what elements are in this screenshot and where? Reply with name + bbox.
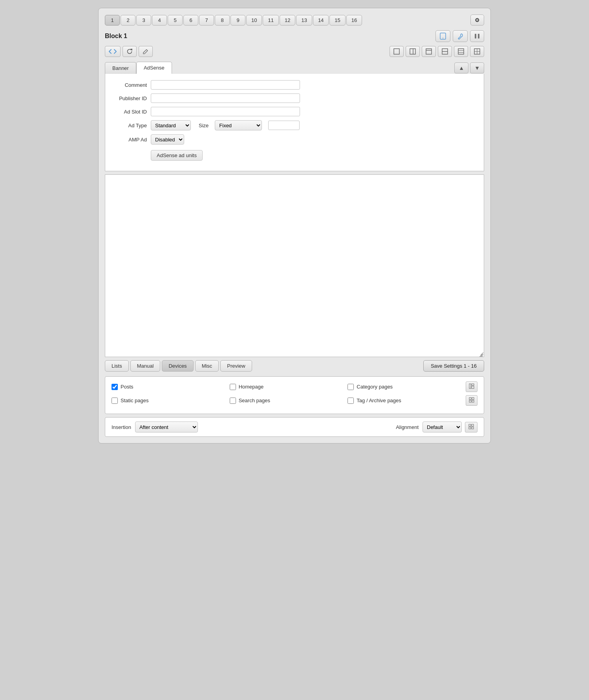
svg-point-1: [443, 38, 443, 38]
tab-11[interactable]: 11: [263, 15, 278, 26]
preview-textarea[interactable]: [105, 175, 484, 355]
tab-8[interactable]: 8: [215, 15, 230, 26]
svg-rect-20: [469, 398, 471, 399]
homepage-checkbox[interactable]: [230, 384, 236, 390]
ad-type-select[interactable]: Standard Responsive Link Custom: [151, 120, 191, 130]
bottom-tab-devices[interactable]: Devices: [162, 360, 193, 372]
content-tabs: Banner AdSense ▲ ▼: [105, 62, 484, 74]
svg-rect-11: [458, 49, 464, 54]
tab-2[interactable]: 2: [121, 15, 135, 26]
bottom-tab-lists[interactable]: Lists: [105, 360, 129, 372]
wrench-icon-button[interactable]: [453, 30, 468, 42]
grid-icon-button-2[interactable]: [466, 395, 477, 406]
comment-input[interactable]: [151, 80, 300, 90]
ad-type-label: Ad Type: [112, 123, 147, 128]
layout-middle-icon: [442, 48, 448, 55]
svg-rect-23: [472, 400, 474, 402]
static-pages-checkbox[interactable]: [112, 398, 118, 404]
amp-ad-row: AMP Ad Disabled Enabled: [112, 134, 477, 145]
checkboxes-panel: Posts Homepage Category pages St: [105, 376, 484, 414]
search-pages-checkbox-col: Search pages: [230, 398, 348, 404]
svg-rect-19: [472, 386, 474, 388]
refresh-icon: [126, 48, 133, 55]
alignment-select[interactable]: Default Left Center Right: [423, 421, 462, 432]
layout-right-button[interactable]: [406, 46, 420, 57]
tab-13[interactable]: 13: [296, 15, 312, 26]
tab-1[interactable]: 1: [105, 15, 120, 26]
resize-handle-icon: ◢: [479, 352, 483, 356]
layout-full-icon: [393, 48, 400, 55]
tab-16[interactable]: 16: [346, 15, 362, 26]
tab-bar: 1 2 3 4 5 6 7 8 9 10 11 12 13 14 15 16 ⚙: [105, 15, 484, 26]
preview-area: ◢: [105, 174, 484, 357]
publisher-id-input[interactable]: [151, 93, 300, 103]
tag-archive-checkbox[interactable]: [348, 398, 354, 404]
insertion-panel: Insertion After content Before content B…: [105, 417, 484, 437]
tab-14[interactable]: 14: [313, 15, 329, 26]
layout-rows-button[interactable]: [454, 46, 468, 57]
tab-10[interactable]: 10: [246, 15, 262, 26]
bottom-tab-bar: Lists Manual Devices Misc Preview Save S…: [105, 360, 484, 372]
layout-top-icon: [426, 48, 432, 55]
tab-4[interactable]: 4: [152, 15, 167, 26]
layout-split-button[interactable]: [470, 46, 484, 57]
svg-rect-25: [472, 424, 474, 426]
tab-up-arrow[interactable]: ▲: [454, 62, 468, 73]
category-checkbox-col: Category pages: [348, 384, 466, 390]
grid-icon-button-1[interactable]: [466, 381, 477, 392]
layout-full-button[interactable]: [390, 46, 404, 57]
ad-slot-id-input[interactable]: [151, 107, 300, 116]
gear-tab-button[interactable]: ⚙: [470, 15, 484, 26]
svg-rect-5: [410, 49, 415, 54]
tab-adsense[interactable]: AdSense: [136, 62, 172, 74]
size-value-input[interactable]: [268, 121, 300, 130]
search-pages-checkbox[interactable]: [230, 398, 236, 404]
posts-checkbox[interactable]: [112, 384, 118, 390]
comment-label: Comment: [112, 82, 147, 88]
tab-7[interactable]: 7: [199, 15, 214, 26]
tab-banner[interactable]: Banner: [105, 62, 136, 74]
form-panel: Comment Publisher ID Ad Slot ID Ad Type …: [105, 74, 484, 171]
code-icon: [109, 48, 117, 55]
tab-down-arrow[interactable]: ▼: [470, 62, 484, 73]
amp-ad-select[interactable]: Disabled Enabled: [151, 134, 184, 145]
amp-ad-label: AMP Ad: [112, 137, 147, 143]
refresh-button[interactable]: [123, 46, 137, 57]
save-settings-button[interactable]: Save Settings 1 - 16: [423, 360, 484, 372]
tab-3[interactable]: 3: [136, 15, 151, 26]
size-select[interactable]: Fixed Responsive Auto: [215, 120, 262, 130]
bottom-tab-manual[interactable]: Manual: [130, 360, 161, 372]
category-pages-checkbox[interactable]: [348, 384, 354, 390]
tab-5[interactable]: 5: [168, 15, 183, 26]
insertion-select[interactable]: After content Before content Before para…: [135, 421, 198, 432]
tab-arrows: ▲ ▼: [454, 62, 484, 73]
comment-row: Comment: [112, 80, 477, 90]
layout-middle-button[interactable]: [438, 46, 452, 57]
tab-9[interactable]: 9: [230, 15, 245, 26]
svg-rect-22: [469, 400, 471, 402]
adsense-ad-units-button[interactable]: AdSense ad units: [151, 150, 203, 161]
alignment-icon-button[interactable]: [465, 422, 477, 432]
svg-rect-27: [472, 427, 474, 429]
code-button[interactable]: [105, 46, 121, 57]
checkbox-row-1: Posts Homepage Category pages: [112, 381, 477, 392]
bottom-tab-preview[interactable]: Preview: [220, 360, 252, 372]
svg-rect-26: [469, 427, 471, 429]
insertion-label: Insertion: [112, 424, 131, 430]
homepage-label: Homepage: [239, 384, 264, 390]
edit-button[interactable]: [139, 46, 153, 57]
edit-icon: [143, 48, 149, 55]
layout-top-button[interactable]: [422, 46, 436, 57]
tab-6[interactable]: 6: [183, 15, 198, 26]
bottom-tab-misc[interactable]: Misc: [195, 360, 219, 372]
layout-rows-icon: [458, 48, 464, 55]
tab-12[interactable]: 12: [280, 15, 295, 26]
pause-icon-button[interactable]: [470, 30, 484, 42]
tag-archive-checkbox-col: Tag / Archive pages: [348, 398, 466, 404]
tablet-icon-button[interactable]: [435, 30, 450, 42]
adsense-btn-row: AdSense ad units: [112, 148, 477, 161]
publisher-id-label: Publisher ID: [112, 95, 147, 101]
toolbar-row: [105, 46, 484, 57]
ad-type-row: Ad Type Standard Responsive Link Custom …: [112, 120, 477, 130]
tab-15[interactable]: 15: [329, 15, 345, 26]
